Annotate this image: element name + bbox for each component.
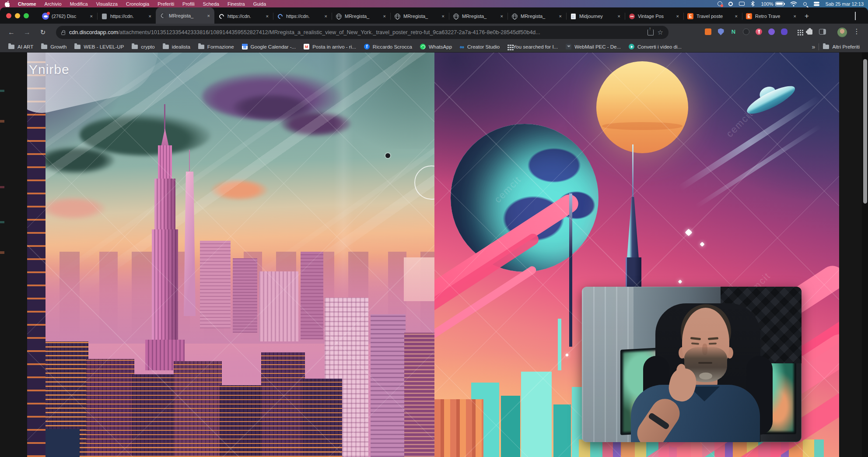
tab-discord[interactable]: (2762) Disc × — [38, 9, 97, 24]
menu-item-preferiti[interactable]: Preferiti — [158, 1, 174, 7]
side-panel-icon[interactable] — [819, 28, 826, 35]
bookmark-other-bookmarks[interactable]: Altri Preferiti — [819, 42, 864, 51]
notion-extension-icon[interactable]: N — [730, 28, 737, 35]
bookmark-google-calendar[interactable]: Google Calendar -... — [238, 42, 300, 51]
chrome-menu-icon[interactable]: ⋮ — [853, 27, 860, 35]
menu-item-scheda[interactable]: Scheda — [203, 1, 219, 7]
tab-mrregista-2[interactable]: MRregista_ × — [332, 9, 390, 24]
tab-mrregista-active[interactable]: MRregista_ × — [156, 7, 214, 24]
screen-record-icon[interactable] — [718, 1, 722, 6]
display-icon[interactable] — [739, 2, 745, 6]
menu-item-profili[interactable]: Profili — [182, 1, 195, 7]
extensions-puzzle-icon[interactable] — [806, 28, 813, 35]
tab-close-icon[interactable]: × — [382, 14, 387, 19]
chrome-window: (2762) Disc × https://cdn. × MRregista_ … — [0, 7, 868, 457]
tab-close-icon[interactable]: × — [441, 14, 445, 19]
menu-item-finestra[interactable]: Finestra — [228, 1, 245, 7]
bookmark-gmail-inbox[interactable]: MPosta in arrivo - ri... — [300, 42, 360, 51]
purple-circle-extension-icon[interactable] — [768, 28, 775, 35]
minimize-window-button[interactable] — [15, 13, 20, 18]
grid-extension-icon[interactable] — [793, 28, 801, 35]
etsy-favicon: E — [746, 13, 752, 20]
tab-cdn-3[interactable]: https://cdn. × — [273, 9, 332, 24]
share-icon[interactable]: ↑ — [648, 29, 654, 35]
bookmarks-overflow-chevron[interactable]: » — [808, 43, 819, 50]
wifi-icon[interactable] — [790, 1, 797, 7]
apple-menu-icon[interactable] — [4, 1, 10, 7]
menu-item-archivio[interactable]: Archivio — [45, 1, 62, 7]
tab-strip: (2762) Disc × https://cdn. × MRregista_ … — [0, 7, 868, 24]
scrollbar-thumb[interactable] — [863, 59, 867, 204]
tab-close-icon[interactable]: × — [734, 14, 738, 19]
menu-item-cronologia[interactable]: Cronologia — [126, 1, 149, 7]
tab-midjourney[interactable]: Midjourney × — [566, 9, 625, 24]
reload-button[interactable]: ↻ — [38, 27, 48, 38]
tab-title: Retro Trave — [755, 14, 790, 19]
orange-extension-icon[interactable] — [704, 28, 712, 35]
tab-close-icon[interactable]: × — [206, 13, 211, 18]
tab-travel-posters[interactable]: E Travel poste × — [683, 9, 742, 24]
tab-close-icon[interactable]: × — [265, 14, 270, 19]
url-text[interactable]: cdn.discordapp.com/attachments/101351233… — [69, 29, 640, 35]
tab-close-icon[interactable]: × — [558, 14, 563, 19]
tab-mrregista-3[interactable]: MRregista_ × — [390, 9, 449, 24]
profile-avatar[interactable] — [837, 28, 847, 37]
back-button[interactable]: ← — [6, 27, 17, 38]
menu-item-guida[interactable]: Guida — [253, 1, 266, 7]
purple-blob-extension-icon[interactable] — [780, 28, 788, 35]
tab-mrregista-4[interactable]: MRregista_ × — [449, 9, 508, 24]
bookmark-folder-web-level-up[interactable]: WEB - LEVEL-UP — [70, 42, 128, 51]
menu-item-modifica[interactable]: Modifica — [70, 1, 88, 7]
password-key-extension-icon[interactable] — [755, 28, 763, 35]
watermark-lines — [27, 53, 434, 457]
tab-cdn-2[interactable]: https://cdn. × — [214, 9, 273, 24]
bookmark-folder-formazione[interactable]: Formazione — [194, 42, 238, 51]
spotlight-search-icon[interactable] — [803, 2, 807, 6]
bookmark-folder-crypto[interactable]: crypto — [128, 42, 158, 51]
folder-icon — [41, 45, 47, 49]
control-center-icon[interactable] — [814, 2, 819, 4]
zoom-window-button[interactable] — [24, 13, 29, 18]
bookmark-facebook-profile[interactable]: fRiccardo Scrocca — [360, 42, 416, 51]
person-grey-chin-patch — [699, 373, 712, 380]
tab-close-icon[interactable]: × — [793, 14, 797, 19]
address-bar[interactable]: cdn.discordapp.com/attachments/101351233… — [56, 26, 668, 39]
tab-close-icon[interactable]: × — [148, 14, 152, 19]
bookmark-creator-studio[interactable]: ∞Creator Studio — [456, 42, 504, 51]
tab-mrregista-5[interactable]: MRregista_ × — [508, 9, 566, 24]
tab-retro-travel[interactable]: E Retro Trave × — [742, 9, 801, 24]
tab-close-icon[interactable]: × — [500, 14, 504, 19]
close-window-button[interactable] — [6, 13, 11, 18]
tab-close-icon[interactable]: × — [617, 14, 621, 19]
menu-item-visualizza[interactable]: Visualizza — [96, 1, 118, 7]
forward-button[interactable]: → — [22, 27, 32, 38]
tab-title: https://cdn. — [286, 14, 321, 19]
menu-bar-clock[interactable]: Sab 25 mar 12:13 — [826, 1, 864, 7]
bookmark-converti-video[interactable]: Converti i video di... — [625, 42, 686, 51]
scrollbar-track[interactable] — [862, 53, 868, 457]
battery-icon — [775, 2, 784, 6]
bookmark-you-searched[interactable]: You searched for I... — [504, 42, 562, 51]
tab-close-icon[interactable]: × — [676, 14, 680, 19]
tab-close-icon[interactable]: × — [324, 14, 328, 19]
bookmark-star-icon[interactable]: ☆ — [658, 28, 663, 36]
tab-title: Travel poste — [696, 14, 732, 19]
meta-infinity-icon: ∞ — [460, 44, 464, 49]
bookmark-folder-idealista[interactable]: idealista — [159, 42, 194, 51]
menu-item-chrome[interactable]: Chrome — [18, 1, 36, 7]
bookmark-folder-ai-art[interactable]: AI ART — [4, 42, 37, 51]
tab-cdn-1[interactable]: https://cdn. × — [97, 9, 156, 24]
bookmark-folder-growth[interactable]: Growth — [37, 42, 70, 51]
left-poster-new-york[interactable]: Ynirbe — [27, 53, 434, 457]
tab-close-icon[interactable]: × — [89, 14, 94, 19]
bookmark-webmail-pec[interactable]: WebMail PEC - De... — [562, 42, 625, 51]
dark-circle-extension-icon[interactable] — [742, 28, 750, 35]
bluetooth-icon[interactable] — [751, 1, 755, 7]
battery-status[interactable]: 100% — [761, 1, 784, 7]
tab-search-chevron-icon[interactable] — [855, 12, 861, 18]
bookmark-whatsapp[interactable]: WhatsApp — [416, 42, 456, 51]
tab-vintage-posters[interactable]: Vintage Pos × — [625, 9, 683, 24]
new-tab-button[interactable]: + — [801, 10, 813, 22]
shield-extension-icon[interactable] — [717, 28, 724, 35]
app-ring-icon[interactable] — [728, 2, 733, 6]
